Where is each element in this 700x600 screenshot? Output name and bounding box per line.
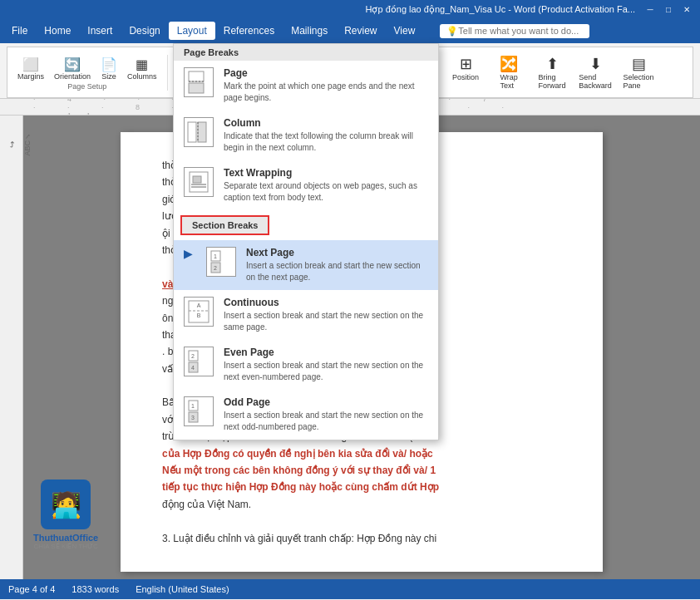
law-heading: 3. Luật điều chỉnh và giải quyết tranh c… [162, 530, 561, 547]
section-breaks-header: Section Breaks [180, 215, 269, 235]
break-continuous-item[interactable]: A B Continuous Insert a section break an… [174, 290, 438, 340]
break-text-wrap-item[interactable]: Text Wrapping Separate text around objec… [174, 160, 438, 210]
svg-text:3: 3 [191, 415, 195, 420]
wrap-text-button[interactable]: 🔀 WrapText [488, 55, 530, 90]
menu-review[interactable]: Review [336, 22, 385, 40]
maximize-button[interactable]: □ [662, 2, 675, 16]
menu-design[interactable]: Design [121, 22, 168, 40]
menu-file[interactable]: File [3, 22, 36, 40]
columns-button[interactable]: ▦ Columns [124, 55, 160, 82]
menu-view[interactable]: View [386, 22, 424, 40]
language-indicator: English (United States) [136, 584, 229, 594]
svg-text:1: 1 [191, 403, 195, 409]
menu-layout[interactable]: Layout [169, 22, 215, 40]
title-text: Hợp đồng lao động_Nam_Visa Uc - Word (Pr… [366, 4, 635, 15]
break-odd-page-text: Odd Page Insert a section break and star… [224, 396, 428, 433]
break-page-text: Page Mark the point at which one page en… [224, 67, 428, 104]
page-count: Page 4 of 4 [8, 584, 55, 594]
section-breaks-header-row: Section Breaks [174, 210, 438, 240]
page-setup-group: ⬜ Margins 🔄 Orientation 📄 Size ▦ Columns… [14, 55, 168, 91]
svg-text:2: 2 [214, 265, 217, 271]
edit6: động của Việt Nam. [162, 496, 561, 513]
menu-references[interactable]: References [215, 22, 283, 40]
page-breaks-header: Page Breaks [174, 44, 438, 61]
svg-text:1: 1 [214, 253, 217, 259]
search-input[interactable] [458, 26, 583, 36]
menu-home[interactable]: Home [36, 22, 79, 40]
break-even-page-item[interactable]: 2 4 Even Page Insert a section break and… [174, 340, 438, 390]
svg-text:B: B [197, 312, 201, 318]
svg-rect-4 [198, 122, 206, 142]
break-text-wrap-text: Text Wrapping Separate text around objec… [224, 167, 428, 204]
page-setup-label: Page Setup [67, 82, 106, 91]
svg-text:4: 4 [191, 365, 195, 371]
orientation-button[interactable]: 🔄 Orientation [51, 55, 94, 82]
arrange-group: ⊞ Position 🔀 WrapText ⬆ BringForward ⬇ S… [445, 55, 659, 90]
svg-rect-7 [193, 176, 201, 183]
break-continuous-text: Continuous Insert a section break and st… [224, 297, 428, 333]
breaks-dropdown: Page Breaks Page Mark the point at which… [173, 43, 439, 440]
word-count: 1833 words [71, 584, 119, 594]
logo-name: ThuthuatOffice [33, 533, 98, 543]
status-bar: Page 4 of 4 1833 words English (United S… [0, 579, 700, 599]
undo-button[interactable]: ↩ [0, 140, 1, 147]
minimize-button[interactable]: ─ [643, 2, 657, 16]
break-text-wrap-icon [184, 167, 214, 197]
break-odd-page-item[interactable]: 1 3 Odd Page Insert a section break and … [174, 390, 438, 440]
break-page-item[interactable]: Page Mark the point at which one page en… [174, 61, 438, 111]
selected-indicator: ▶ [184, 247, 193, 260]
break-column-icon [184, 117, 214, 147]
title-bar: Hợp đồng lao động_Nam_Visa Uc - Word (Pr… [0, 0, 700, 18]
send-backward-button[interactable]: ⬇ SendBackward [574, 55, 616, 90]
break-next-page-item[interactable]: ▶ 1 2 Next Page Insert a section break a… [174, 240, 438, 290]
break-page-icon [184, 67, 214, 97]
break-odd-page-icon: 1 3 [184, 396, 214, 426]
svg-text:2: 2 [191, 353, 195, 359]
menu-mailings[interactable]: Mailings [283, 22, 336, 40]
svg-text:A: A [197, 302, 201, 308]
menu-bar: File Home Insert Design Layout Reference… [0, 18, 700, 43]
break-column-text: Column Indicate that the text following … [224, 117, 428, 154]
svg-rect-3 [188, 122, 196, 142]
logo-area: 🧑‍💻 ThuthuatOffice CHIA SẺ KIẾN THỨC [33, 480, 98, 550]
close-button[interactable]: ✕ [680, 2, 693, 16]
edit4: Nếu một trong các bên không đồng ý với s… [162, 462, 561, 479]
abc-check[interactable]: ABC✓ [23, 132, 32, 156]
break-next-page-icon: 1 2 [206, 247, 236, 277]
position-button[interactable]: ⊞ Position [445, 55, 486, 90]
size-button[interactable]: 📄 Size [97, 55, 121, 82]
edit5: tiếp tục thực hiện Hợp Đồng này hoặc cùn… [162, 479, 561, 495]
menu-insert[interactable]: Insert [79, 22, 121, 40]
svg-rect-1 [189, 83, 204, 93]
redo-button[interactable]: ↪ [7, 140, 17, 147]
break-even-page-icon: 2 4 [184, 347, 214, 376]
margins-button[interactable]: ⬜ Margins [14, 55, 47, 82]
break-next-page-text: Next Page Insert a section break and sta… [246, 247, 428, 283]
break-column-item[interactable]: Column Indicate that the text following … [174, 111, 438, 160]
break-continuous-icon: A B [184, 297, 214, 327]
edit3: của Hợp Đồng có quyền đề nghị bên kia sử… [162, 445, 561, 462]
break-even-page-text: Even Page Insert a section break and sta… [224, 347, 428, 383]
selection-pane-button[interactable]: ▤ SelectionPane [618, 55, 659, 90]
logo-tagline: CHIA SẺ KIẾN THỨC [33, 543, 98, 550]
bring-forward-button[interactable]: ⬆ BringForward [531, 55, 573, 90]
svg-rect-0 [189, 71, 204, 81]
sidebar-left: ↩ ↪ ABC✓ [0, 116, 23, 579]
